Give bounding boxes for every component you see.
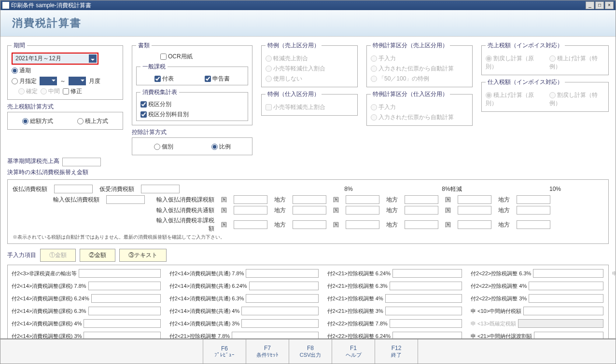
settle-input[interactable]	[405, 220, 438, 229]
manual-item-label: 付2<14>消費税調整(共通) 6.3%	[169, 295, 244, 302]
import-prov-input[interactable]	[106, 195, 145, 204]
stack-method-radio[interactable]: 積上方式	[77, 117, 108, 125]
prov-recv-input[interactable]	[141, 185, 180, 193]
manual-item-input[interactable]	[91, 294, 161, 303]
manual-item-label: 付2<21>控除税調整 6.3%	[327, 283, 388, 290]
by-class-acct-check[interactable]: 税区分別科目別	[140, 111, 189, 118]
manual-item-input[interactable]	[246, 294, 318, 303]
tab-text[interactable]: ③テキスト	[119, 249, 167, 262]
manual-item-label: 付2<14>消費税調整(課税) 7.8%	[12, 283, 86, 290]
settle-input[interactable]	[517, 220, 550, 229]
f7-reset[interactable]: F7条件ﾘｾｯﾄ	[246, 339, 289, 364]
sales-method-label: 売上税額計算方式	[7, 103, 123, 111]
manual-item-input[interactable]	[529, 294, 603, 303]
manual-item-input[interactable]	[232, 332, 318, 338]
deduct-group: 個別 比例	[132, 137, 252, 155]
manual-item-label: 付2<22>控除税調整 7.8%	[327, 320, 388, 327]
settle-input[interactable]	[517, 206, 550, 215]
manual-item-input[interactable]	[249, 282, 319, 290]
manual-item-input[interactable]	[84, 319, 160, 328]
manual-item-input[interactable]	[385, 294, 462, 303]
summary-group: 消費税集計表 税区分別 税区分別科目別	[136, 88, 248, 121]
f8-csv[interactable]: F8CSV出力	[289, 339, 332, 364]
ocr-check[interactable]: OCR用紙	[160, 53, 193, 60]
minimize-button[interactable]: _	[586, 1, 594, 9]
settle-input[interactable]	[293, 195, 326, 204]
general-tax-group: 一般課税 付表 申告書	[136, 63, 248, 85]
total-method-radio[interactable]: 総額方式	[22, 117, 53, 125]
individual-radio[interactable]: 個別	[154, 143, 173, 151]
f12-exit[interactable]: F12終了	[375, 339, 418, 364]
manual-label: 手入力項目	[7, 251, 36, 259]
proportional-radio[interactable]: 比例	[211, 143, 231, 151]
app-icon	[2, 2, 9, 9]
manual-item-input[interactable]	[534, 332, 603, 338]
settle-input[interactable]	[346, 195, 379, 204]
manual-item-input[interactable]	[79, 269, 161, 278]
by-class-check[interactable]: 税区分別	[140, 101, 171, 108]
maximize-button[interactable]: □	[595, 1, 604, 9]
manual-item-label: 付2<14>消費税調整(共通) 4%	[169, 308, 239, 315]
settle-input[interactable]	[405, 195, 438, 204]
settle-input[interactable]	[517, 195, 550, 204]
month-to-dropdown[interactable]	[69, 77, 86, 85]
manual-item-label: 付2<21>控除税調整 6.24%	[327, 270, 391, 277]
manual-item-label: 付2<14>消費税調整(課税) 6.24%	[12, 295, 89, 302]
full-term-radio[interactable]: 通期	[12, 67, 31, 75]
manual-item-input[interactable]	[390, 282, 462, 290]
settle-input[interactable]	[458, 220, 491, 229]
settle-input[interactable]	[293, 220, 326, 229]
revise-check[interactable]: 修正	[63, 87, 82, 95]
manual-item-input[interactable]	[523, 307, 603, 315]
manual-item-input[interactable]	[84, 332, 160, 338]
calc-sales-group: 特例計算区分（売上区分用） 手入力 入力された伝票から自動計算 「50／100」…	[366, 41, 473, 87]
manual-item-label: 付2<14>消費税調整(共通) 3%	[169, 320, 239, 327]
tab-amount2[interactable]: ②金額	[80, 249, 115, 262]
page-title: 消費税計算書	[0, 10, 616, 37]
manual-item-input[interactable]	[390, 319, 462, 328]
manual-item-input[interactable]	[529, 282, 603, 290]
base-period-input[interactable]	[62, 158, 101, 166]
manual-item-input[interactable]	[392, 332, 462, 338]
manual-item-label: 付2<14>消費税調整(課税) 3%	[12, 333, 82, 339]
close-button[interactable]: ×	[605, 1, 614, 9]
f6-preview[interactable]: F6ﾌﾟﾚﾋﾞｭｰ	[203, 339, 246, 364]
manual-item-label: 申 <13>既確定税額	[471, 320, 516, 327]
manual-item-label: 付2<22>控除税調整 3%	[471, 295, 527, 302]
docs-legend: 書類	[136, 41, 152, 50]
settle-input[interactable]	[293, 206, 326, 215]
tab-amount1[interactable]: ①金額	[40, 249, 76, 262]
settle-input[interactable]	[346, 220, 379, 229]
month-spec-radio[interactable]: 月指定	[12, 77, 37, 85]
report-check[interactable]: 申告書	[205, 75, 230, 83]
manual-item-input[interactable]	[392, 269, 462, 278]
invoice-purchase-group: 仕入税額（インボイス対応） 積上げ計算（原則） 割戻し計算（特例）	[481, 78, 609, 112]
manual-item-input[interactable]	[533, 269, 603, 278]
manual-item-input[interactable]	[246, 269, 318, 278]
month-from-dropdown[interactable]	[40, 77, 57, 85]
base-period-label: 基準期間課税売上高	[7, 157, 59, 165]
settle-input[interactable]	[458, 195, 491, 204]
settle-input[interactable]	[234, 206, 267, 215]
manual-item-input	[518, 319, 603, 328]
f1-help[interactable]: F1ヘルプ	[332, 339, 375, 364]
settle-input[interactable]	[234, 220, 267, 229]
period-dropdown[interactable]: 2021年1月～12月	[12, 53, 98, 65]
period-legend: 期間	[12, 41, 27, 50]
manual-item-label: 付2<3>非課税資産の輸出等	[12, 270, 77, 277]
manual-item-label: 付2<14>消費税調整(共通) 7.8%	[169, 270, 244, 277]
manual-item-input[interactable]	[88, 307, 161, 315]
prov-paid-input[interactable]	[54, 185, 93, 193]
manual-item-input[interactable]	[241, 319, 318, 328]
manual-item-input[interactable]	[385, 307, 462, 315]
manual-item-label: 付2<14>消費税調整(課税) 6.3%	[12, 308, 86, 315]
attach-check[interactable]: 付表	[154, 75, 174, 83]
manual-item-input[interactable]	[241, 307, 318, 315]
manual-item-input[interactable]	[88, 282, 161, 290]
settle-input[interactable]	[458, 206, 491, 215]
settle-input[interactable]	[346, 206, 379, 215]
settle-input[interactable]	[405, 206, 438, 215]
settle-input[interactable]	[234, 195, 267, 204]
invoice-sales-group: 売上税額（インボイス対応） 割戻し計算（原則） 積上げ計算（特例）	[481, 41, 609, 75]
manual-item-label: 付2<21>控除税調整 4%	[327, 295, 383, 302]
